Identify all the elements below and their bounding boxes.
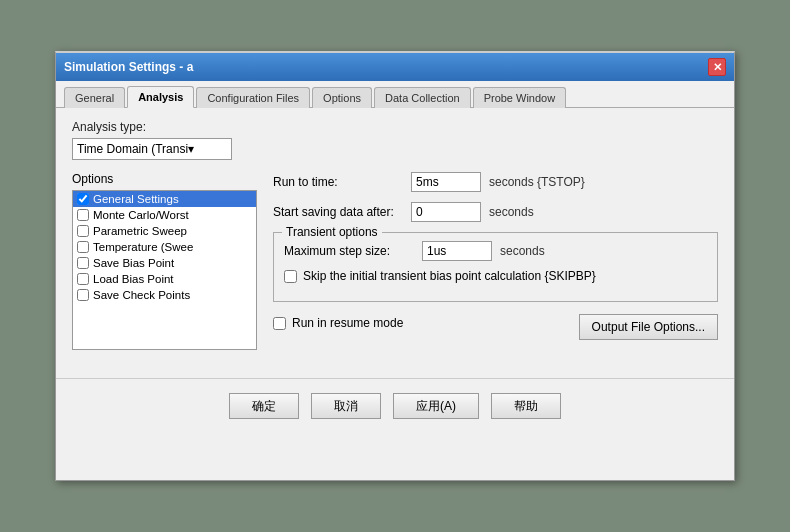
right-panel: Run to time: seconds {TSTOP} Start savin… (273, 172, 718, 350)
analysis-type-row: Time Domain (Transi▾ (72, 138, 718, 160)
skip-checkbox-label: Skip the initial transient bias point ca… (303, 269, 596, 283)
option-general-settings-checkbox[interactable] (77, 193, 89, 205)
transient-options-group: Transient options Maximum step size: sec… (273, 232, 718, 302)
option-parametric-sweep-label: Parametric Sweep (93, 225, 187, 237)
help-button[interactable]: 帮助 (491, 393, 561, 419)
transient-options-title: Transient options (282, 225, 382, 239)
analysis-type-label: Analysis type: (72, 120, 718, 134)
option-load-bias-label: Load Bias Point (93, 273, 174, 285)
resume-label: Run in resume mode (292, 316, 403, 330)
option-save-bias-checkbox[interactable] (77, 257, 89, 269)
option-load-bias-checkbox[interactable] (77, 273, 89, 285)
analysis-type-select[interactable]: Time Domain (Transi▾ (72, 138, 232, 160)
option-parametric-sweep-checkbox[interactable] (77, 225, 89, 237)
tab-data-collection[interactable]: Data Collection (374, 87, 471, 108)
option-general-settings[interactable]: General Settings (73, 191, 256, 207)
option-temperature[interactable]: Temperature (Swee (73, 239, 256, 255)
close-button[interactable]: ✕ (708, 58, 726, 76)
option-save-bias-label: Save Bias Point (93, 257, 174, 269)
resume-row: Run in resume mode (273, 316, 403, 330)
option-load-bias[interactable]: Load Bias Point (73, 271, 256, 287)
option-monte-carlo-label: Monte Carlo/Worst (93, 209, 189, 221)
main-layout: Options General Settings Monte Carlo/Wor… (72, 172, 718, 350)
run-to-time-unit: seconds {TSTOP} (489, 175, 585, 189)
content-area: Analysis type: Time Domain (Transi▾ Opti… (56, 108, 734, 362)
options-panel: Options General Settings Monte Carlo/Wor… (72, 172, 257, 350)
option-save-checkpoints-label: Save Check Points (93, 289, 190, 301)
max-step-input[interactable] (422, 241, 492, 261)
tab-probe-window[interactable]: Probe Window (473, 87, 567, 108)
option-temperature-label: Temperature (Swee (93, 241, 193, 253)
start-saving-unit: seconds (489, 205, 534, 219)
option-monte-carlo-checkbox[interactable] (77, 209, 89, 221)
skip-checkbox[interactable] (284, 270, 297, 283)
skip-checkbox-row: Skip the initial transient bias point ca… (284, 269, 707, 283)
start-saving-input[interactable] (411, 202, 481, 222)
output-file-options-button[interactable]: Output File Options... (579, 314, 718, 340)
run-to-time-row: Run to time: seconds {TSTOP} (273, 172, 718, 192)
title-bar: Simulation Settings - a ✕ (56, 53, 734, 81)
tab-configuration-files[interactable]: Configuration Files (196, 87, 310, 108)
resume-checkbox[interactable] (273, 317, 286, 330)
start-saving-row: Start saving data after: seconds (273, 202, 718, 222)
tab-general[interactable]: General (64, 87, 125, 108)
option-save-checkpoints-checkbox[interactable] (77, 289, 89, 301)
options-list: General Settings Monte Carlo/Worst Param… (72, 190, 257, 350)
cancel-button[interactable]: 取消 (311, 393, 381, 419)
options-list-inner[interactable]: General Settings Monte Carlo/Worst Param… (73, 191, 256, 349)
bottom-bar: 确定 取消 应用(A) 帮助 (56, 378, 734, 433)
run-to-time-label: Run to time: (273, 175, 403, 189)
option-parametric-sweep[interactable]: Parametric Sweep (73, 223, 256, 239)
tab-options[interactable]: Options (312, 87, 372, 108)
max-step-unit: seconds (500, 244, 545, 258)
option-save-checkpoints[interactable]: Save Check Points (73, 287, 256, 303)
tab-analysis[interactable]: Analysis (127, 86, 194, 108)
run-to-time-input[interactable] (411, 172, 481, 192)
max-step-row: Maximum step size: seconds (284, 241, 707, 261)
tab-bar: General Analysis Configuration Files Opt… (56, 81, 734, 108)
analysis-type-value: Time Domain (Transi▾ (77, 142, 194, 156)
simulation-settings-window: Simulation Settings - a ✕ General Analys… (55, 51, 735, 481)
option-general-settings-label: General Settings (93, 193, 179, 205)
apply-button[interactable]: 应用(A) (393, 393, 479, 419)
options-label: Options (72, 172, 257, 186)
window-title: Simulation Settings - a (64, 60, 708, 74)
option-save-bias[interactable]: Save Bias Point (73, 255, 256, 271)
ok-button[interactable]: 确定 (229, 393, 299, 419)
start-saving-label: Start saving data after: (273, 205, 403, 219)
option-temperature-checkbox[interactable] (77, 241, 89, 253)
max-step-label: Maximum step size: (284, 244, 414, 258)
option-monte-carlo[interactable]: Monte Carlo/Worst (73, 207, 256, 223)
